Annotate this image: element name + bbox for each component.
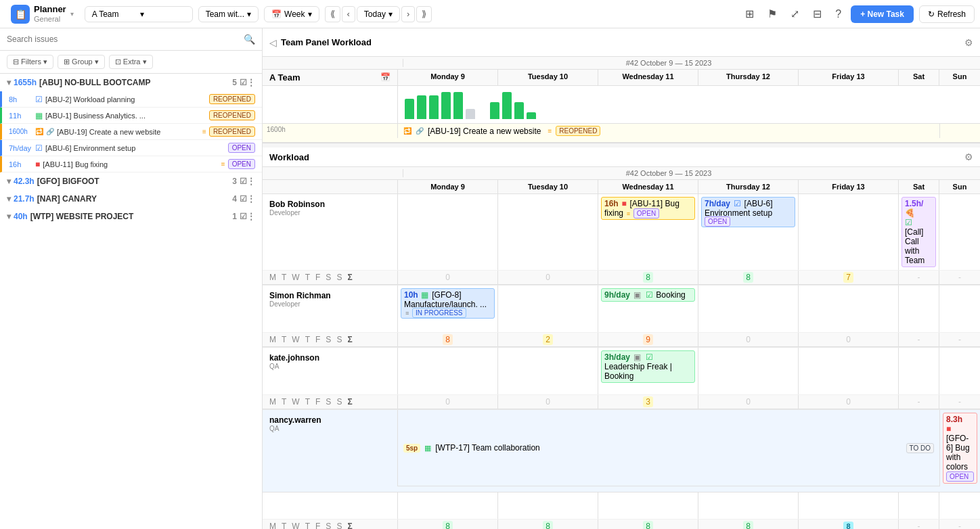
logo-chevron-icon[interactable]: ▾ (70, 10, 74, 18)
screenshot-button[interactable]: ⊞ (741, 5, 758, 23)
search-input[interactable] (7, 34, 240, 44)
workload-container[interactable]: #42 October 9 — 15 2023 A Team 📅 Monday … (263, 57, 980, 529)
group-button[interactable]: ⊞ Group ▾ (58, 55, 105, 69)
group-hours: 1655h (14, 78, 37, 87)
wdh-tue: Tuesday 10 (498, 180, 598, 193)
hour-val: 0 (846, 335, 851, 344)
hour-val: 8 (443, 521, 453, 529)
day-w: W (292, 273, 299, 282)
group-expand-icon: ⋮ (247, 212, 255, 221)
bar (429, 95, 439, 119)
settings-button[interactable]: ⚙ (964, 37, 973, 48)
kate-h-mon: 0 (398, 395, 498, 409)
day-t2: T (305, 273, 310, 282)
kate-h-fri: 0 (799, 395, 899, 409)
group-check-icon: ☑ (240, 177, 247, 186)
task-row[interactable]: 11h ▦ [ABU-1] Business Analytics. ... RE… (0, 108, 262, 124)
task-group-abu: ▾ 1655h [ABU] NO-BULL BOOTCAMP 5 ☑ ⋮ (0, 74, 262, 91)
task-check-icon: ☑ (35, 95, 43, 104)
task-row[interactable]: 1600h 🔁 🔗 [ABU-19] Create a new website … (0, 124, 262, 140)
hour-val: 0 (545, 273, 550, 282)
team-name-header: A Team 📅 (263, 70, 398, 85)
team-selector[interactable]: A Team ▾ (85, 6, 193, 22)
refresh-button[interactable]: ↻ Refresh (919, 5, 975, 23)
flag-button[interactable]: ⚑ (763, 5, 781, 23)
group-hours: 40h (14, 212, 28, 221)
workload-settings-button[interactable]: ⚙ (964, 152, 973, 162)
nav-first-button[interactable]: ⟪ (325, 6, 340, 22)
logo-text: Planner General (34, 4, 66, 24)
team-bar-chart (398, 86, 980, 123)
sat-icon: 🍕 (905, 208, 933, 218)
sidebar-filters: ⊟ Filters ▾ ⊞ Group ▾ ⊡ Extra ▾ (0, 51, 262, 74)
task-row[interactable]: 16h ■ [ABU-11] Bug fixing ≡ OPEN (0, 156, 262, 172)
sat-hours: 8.3h (946, 415, 974, 424)
day-s: S (326, 273, 331, 282)
extra-button[interactable]: ⊡ Extra ▾ (109, 55, 153, 69)
day-t: T (282, 273, 286, 282)
task-status-badge: OPEN (228, 143, 255, 153)
search-icon: 🔍 (244, 34, 255, 45)
task-check-icon: ☑ (646, 352, 653, 362)
task-stripe-sat (939, 124, 980, 138)
group-hours: 21.7h (14, 194, 35, 204)
kate-task-grid: kate.johnson QA 3h/day ▣ ☑ Leadership Fr… (263, 348, 980, 395)
hour-val: 8 (543, 521, 553, 529)
nav-prev-button[interactable]: ‹ (342, 6, 355, 22)
task-link-icon: 🔗 (46, 128, 54, 135)
simon-task-grid: Simon Richman Developer 10h ▦ [GFO-8] Ma… (263, 285, 980, 333)
bar (490, 102, 499, 119)
person-row-nancy: nancy.warren QA 5sp ▦ [WTP-17] Team coll… (263, 410, 980, 529)
task-label: [WTP-17] Team collaboration (435, 443, 540, 453)
nancy-hours-row: MTWTFSS Σ 8 8 8 8 8 - - (263, 520, 980, 529)
filters-button[interactable]: ⊟ Filters ▾ (7, 55, 53, 69)
refresh-icon: ↻ (928, 9, 935, 19)
collapse-button[interactable]: ◁ (269, 37, 277, 48)
filter-button[interactable]: ⊟ (809, 5, 826, 23)
nav-next-button[interactable]: › (401, 6, 415, 22)
task-stripe-content: 🔁 🔗 [ABU-19] Create a new website ≡ REOP… (398, 124, 939, 138)
new-task-button[interactable]: + New Task (851, 5, 914, 23)
workload-title: Workload (269, 152, 309, 162)
simon-h-tue: 2 (498, 333, 598, 346)
workload-week-label: #42 October 9 — 15 2023 (403, 169, 934, 177)
bob-h-fri: 7 (799, 271, 899, 284)
nancy-role: QA (269, 425, 391, 432)
bob-h-mon: 0 (398, 271, 498, 284)
workload-header: Workload ⚙ (263, 147, 980, 167)
group-check-icon: ☑ (240, 212, 247, 221)
group-expand-icon: ⋮ (247, 194, 255, 204)
bar (466, 109, 475, 119)
today-button[interactable]: Today ▾ (357, 6, 400, 22)
task-icon: ☑ (734, 199, 741, 208)
nancy-full-task: nancy.warren QA 5sp ▦ [WTP-17] Team coll… (263, 410, 980, 492)
nav-last-button[interactable]: ⟫ (416, 6, 432, 22)
task-row[interactable]: 8h ☑ [ABU-2] Workload planning REOPENED (0, 91, 262, 108)
task-icon: ▦ (421, 290, 428, 300)
sidebar: 🔍 ⊟ Filters ▾ ⊞ Group ▾ ⊡ Extra ▾ ▾ 1655… (0, 28, 263, 529)
team-week-header: #42 October 9 — 15 2023 (263, 57, 980, 70)
task-row[interactable]: 7h/day ☑ [ABU-6] Environment setup OPEN (0, 140, 262, 156)
team-bar-row (263, 86, 980, 124)
simon-role: Developer (269, 300, 391, 308)
simon-h-mon: 8 (398, 333, 498, 346)
day-w: W (292, 335, 299, 344)
kate-role: QA (269, 363, 391, 370)
simon-h-fri: 0 (799, 333, 899, 346)
task-hours: 16h (9, 160, 32, 168)
calendar-add-icon[interactable]: 📅 (380, 72, 391, 82)
group-count: 5 (232, 78, 237, 87)
day-t2: T (305, 335, 310, 344)
week-selector[interactable]: 📅 Week ▾ (264, 6, 319, 22)
sidebar-tasks: ▾ 1655h [ABU] NO-BULL BOOTCAMP 5 ☑ ⋮ 8h … (0, 74, 262, 529)
task-icon: ▦ (35, 111, 43, 120)
panel-selector[interactable]: Team wit... ▾ (198, 6, 259, 22)
app-sub: General (34, 15, 66, 24)
nancy-sat-cell: 8.3h ■ [GFO-6] Bug with colors OPEN (939, 410, 980, 486)
help-button[interactable]: ? (831, 5, 845, 23)
team-selector-label: A Team (92, 9, 137, 19)
fullscreen-button[interactable]: ⤢ (786, 5, 803, 23)
task-icon: ▦ (424, 444, 431, 453)
workload-day-headers: Monday 9 Tuesday 10 Wednesday 11 Thursda… (263, 180, 980, 194)
simon-hours-row: MTWTFSS Σ 8 2 9 0 0 - - (263, 333, 980, 347)
